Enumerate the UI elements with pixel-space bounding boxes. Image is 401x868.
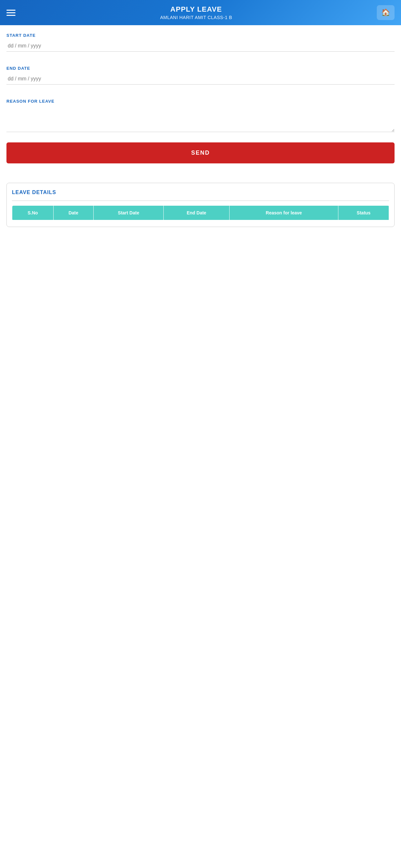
end-date-group: END DATE — [6, 66, 395, 92]
home-button[interactable]: 🏠 — [377, 5, 395, 20]
page-title: APPLY LEAVE — [16, 5, 377, 13]
table-header-row: S.No Date Start Date End Date Reason for… — [12, 206, 389, 220]
table-header: S.No Date Start Date End Date Reason for… — [12, 206, 389, 220]
menu-icon[interactable] — [6, 10, 16, 16]
send-button[interactable]: SEND — [6, 143, 395, 163]
header-center: APPLY LEAVE AMLANI HARIT AMIT CLASS-1 B — [16, 5, 377, 20]
col-start-date: Start Date — [93, 206, 164, 220]
end-date-label: END DATE — [6, 66, 395, 71]
start-date-group: START DATE — [6, 33, 395, 59]
col-date: Date — [53, 206, 93, 220]
start-date-label: START DATE — [6, 33, 395, 38]
reason-textarea[interactable] — [6, 106, 395, 132]
col-status: Status — [338, 206, 389, 220]
app-header: APPLY LEAVE AMLANI HARIT AMIT CLASS-1 B … — [0, 0, 401, 25]
section-divider — [12, 200, 389, 201]
leave-details-table: S.No Date Start Date End Date Reason for… — [12, 206, 389, 220]
col-reason: Reason for leave — [229, 206, 338, 220]
col-sno: S.No — [12, 206, 54, 220]
apply-leave-form: START DATE END DATE REASON FOR LEAVE SEN… — [0, 25, 401, 171]
col-end-date: End Date — [164, 206, 229, 220]
reason-label: REASON FOR LEAVE — [6, 99, 395, 104]
leave-details-title: LEAVE DETAILS — [12, 190, 389, 195]
leave-details-section: LEAVE DETAILS S.No Date Start Date End D… — [6, 183, 395, 227]
end-date-input[interactable] — [6, 73, 395, 85]
reason-group: REASON FOR LEAVE — [6, 99, 395, 133]
start-date-input[interactable] — [6, 40, 395, 52]
student-name: AMLANI HARIT AMIT CLASS-1 B — [16, 15, 377, 20]
